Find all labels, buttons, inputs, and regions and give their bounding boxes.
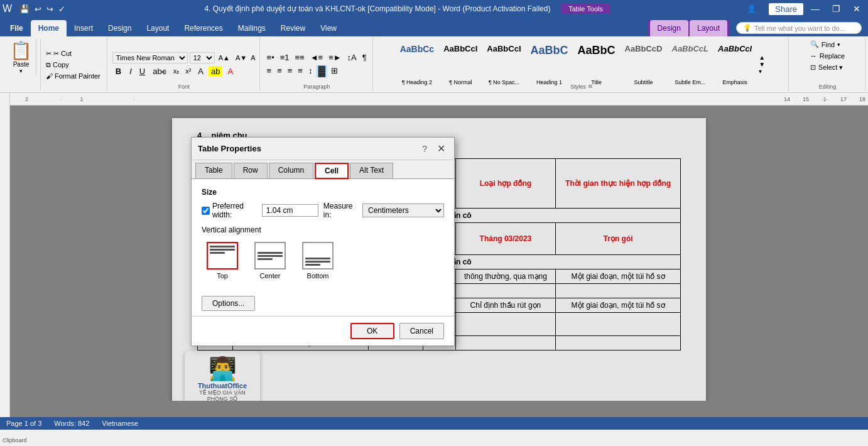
text-effects-button[interactable]: A bbox=[195, 66, 206, 77]
tell-me-input[interactable]: 💡 Tell me what you want to do... bbox=[736, 22, 862, 34]
close-button[interactable]: ✕ bbox=[848, 4, 865, 14]
font-color-button[interactable]: A bbox=[225, 66, 236, 77]
ruler-mark-dot2: · bbox=[134, 96, 136, 102]
vertical-alignment-section: Vertical alignment bbox=[202, 226, 444, 282]
tab-file[interactable]: File bbox=[3, 20, 31, 36]
ribbon-group-styles: AaBbCc ¶ Heading 2 AaBbCcI ¶ Normal AaBb… bbox=[374, 38, 789, 91]
share-button[interactable]: Share bbox=[769, 3, 803, 15]
ribbon-group-paragraph: ≡• ≡1 ≡≡ ◄≡ ≡► ↕A ¶ ≡ ≡ ≡ ≡ ↕ ▓ ⊞ bbox=[261, 38, 373, 91]
ruler-mark-17: 17 bbox=[840, 96, 847, 102]
highlight-button[interactable]: ab bbox=[209, 66, 222, 77]
tab-references[interactable]: References bbox=[176, 20, 230, 36]
style-emphasis[interactable]: AaBbCcI Emphasis bbox=[714, 43, 756, 87]
user-icon: 👤 bbox=[747, 4, 756, 13]
ribbon-content: 📋 Paste ▾ ✂ ✂ Cut ⧉ Copy 🖌 Format Painte… bbox=[0, 36, 868, 93]
dialog-close-button[interactable]: ✕ bbox=[435, 143, 448, 155]
align-center-line-2 bbox=[258, 255, 283, 257]
qa-check[interactable]: ✓ bbox=[56, 3, 68, 15]
multilevel-button[interactable]: ≡≡ bbox=[293, 52, 307, 63]
tab-table-design[interactable]: Design bbox=[650, 20, 688, 36]
sort-button[interactable]: ↕A bbox=[345, 52, 359, 63]
find-dropdown-icon[interactable]: ▾ bbox=[837, 41, 840, 48]
qa-save[interactable]: 💾 bbox=[17, 3, 32, 15]
subscript-button[interactable]: x₂ bbox=[171, 67, 182, 76]
justify-button[interactable]: ≡ bbox=[296, 65, 305, 76]
bold-button[interactable]: B bbox=[112, 65, 124, 77]
clear-format-button[interactable]: A bbox=[251, 54, 255, 62]
style-heading1[interactable]: AaBbC Heading 1 bbox=[527, 43, 572, 87]
dialog-tab-table[interactable]: Table bbox=[195, 163, 232, 178]
preferred-width-row: Preferred width: Measure in: Centimeters bbox=[202, 202, 444, 219]
tab-layout[interactable]: Layout bbox=[139, 20, 176, 36]
styles-more[interactable]: ▾ bbox=[759, 68, 765, 75]
select-button[interactable]: ⊡ Select ▾ bbox=[805, 62, 850, 73]
find-button[interactable]: 🔍 Find ▾ bbox=[805, 39, 850, 50]
styles-scroll-up[interactable]: ▲ bbox=[759, 54, 765, 61]
ruler-top: 2 · 1 · 14 15 ·1· 17 18 bbox=[10, 93, 868, 106]
align-center-button[interactable]: ≡ bbox=[275, 65, 284, 76]
styles-scroll-down[interactable]: ▼ bbox=[759, 61, 765, 68]
options-button[interactable]: Options... bbox=[202, 296, 255, 311]
underline-button[interactable]: U bbox=[137, 66, 148, 77]
shading-button[interactable]: ▓ bbox=[316, 65, 327, 77]
ok-button[interactable]: OK bbox=[350, 323, 394, 339]
qa-undo[interactable]: ↩ bbox=[32, 3, 44, 15]
align-bottom-button[interactable]: Bottom bbox=[297, 239, 339, 282]
tab-table-layout[interactable]: Layout bbox=[690, 20, 727, 36]
restore-button[interactable]: ❐ bbox=[827, 4, 845, 14]
numbering-button[interactable]: ≡1 bbox=[278, 52, 291, 63]
indent-increase-button[interactable]: ≡► bbox=[327, 52, 343, 63]
bullets-button[interactable]: ≡• bbox=[265, 52, 276, 63]
align-center-label: Center bbox=[259, 272, 280, 280]
styles-dialog-launcher[interactable]: ⧉ bbox=[589, 84, 592, 90]
style-no-spacing[interactable]: AaBbCcI ¶ No Spac... bbox=[483, 43, 524, 87]
borders-button[interactable]: ⊞ bbox=[329, 65, 340, 76]
align-right-button[interactable]: ≡ bbox=[286, 65, 295, 76]
font-grow-button[interactable]: A▲ bbox=[217, 53, 232, 63]
font-size-select[interactable]: 12 bbox=[190, 52, 215, 63]
tab-review[interactable]: Review bbox=[273, 20, 313, 36]
paste-button[interactable]: 📋 Paste ▾ bbox=[6, 39, 36, 75]
italic-button[interactable]: I bbox=[127, 66, 134, 77]
align-top-button[interactable]: Top bbox=[202, 239, 243, 282]
dialog-tab-cell[interactable]: Cell bbox=[315, 163, 349, 179]
cut-button[interactable]: ✂ ✂ Cut bbox=[43, 48, 103, 59]
style-title[interactable]: AaBbC Title bbox=[574, 43, 619, 87]
style-heading2[interactable]: AaBbCc ¶ Heading 2 bbox=[396, 43, 438, 87]
style-subtle-em[interactable]: AaBbCcL Subtle Em... bbox=[668, 43, 713, 87]
style-heading2-preview: AaBbCc bbox=[400, 44, 434, 55]
dialog-title: Table Properties bbox=[198, 144, 261, 153]
indent-decrease-button[interactable]: ◄≡ bbox=[308, 52, 325, 63]
copy-button[interactable]: ⧉ Copy bbox=[43, 60, 103, 70]
measure-in-select[interactable]: Centimeters bbox=[362, 204, 444, 217]
font-shrink-button[interactable]: A▼ bbox=[234, 53, 249, 63]
tab-insert[interactable]: Insert bbox=[67, 20, 100, 36]
style-subtitle[interactable]: AaBbCcD Subtitle bbox=[621, 43, 666, 87]
align-center-button[interactable]: Center bbox=[249, 239, 291, 282]
preferred-width-checkbox[interactable] bbox=[202, 207, 210, 215]
replace-button[interactable]: ↔ Replace bbox=[805, 51, 850, 61]
font-name-select[interactable]: Times New Roman bbox=[112, 52, 188, 63]
superscript-button[interactable]: x² bbox=[183, 67, 193, 75]
qa-redo[interactable]: ↪ bbox=[44, 3, 56, 15]
tab-mailings[interactable]: Mailings bbox=[231, 20, 273, 36]
strikethrough-button[interactable]: abc̶ bbox=[150, 66, 168, 77]
dialog-tab-row[interactable]: Row bbox=[234, 163, 268, 178]
line-spacing-button[interactable]: ↕ bbox=[307, 65, 315, 76]
format-painter-button[interactable]: 🖌 Format Painter bbox=[43, 71, 103, 81]
paste-dropdown[interactable]: ▾ bbox=[19, 68, 23, 74]
dialog-help-button[interactable]: ? bbox=[422, 144, 427, 154]
tab-design[interactable]: Design bbox=[100, 20, 139, 36]
tab-view[interactable]: View bbox=[313, 20, 344, 36]
tab-home[interactable]: Home bbox=[31, 20, 67, 36]
dialog-tab-alt-text[interactable]: Alt Text bbox=[350, 163, 393, 178]
show-hide-button[interactable]: ¶ bbox=[361, 52, 369, 63]
minimize-button[interactable]: — bbox=[806, 4, 825, 14]
cancel-button[interactable]: Cancel bbox=[399, 323, 444, 339]
styles-area: AaBbCc ¶ Heading 2 AaBbCcI ¶ Normal AaBb… bbox=[395, 39, 768, 90]
style-normal[interactable]: AaBbCcI ¶ Normal bbox=[440, 43, 481, 87]
align-left-button[interactable]: ≡ bbox=[265, 65, 274, 76]
dialog-tab-column[interactable]: Column bbox=[269, 163, 313, 178]
options-row: Options... bbox=[192, 291, 454, 316]
preferred-width-input[interactable] bbox=[262, 204, 318, 217]
